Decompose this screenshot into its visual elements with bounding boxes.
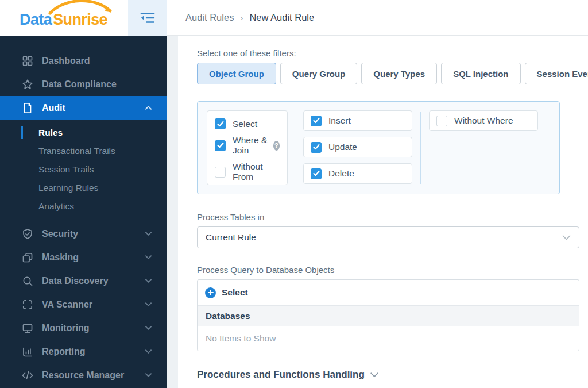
checkbox-select[interactable]: Select xyxy=(215,118,280,129)
breadcrumb: Audit Rules › New Audit Rule xyxy=(167,0,588,36)
shield-check-icon xyxy=(21,227,34,241)
content-row: Select one of these filters: Object Grou… xyxy=(167,36,588,388)
sidebar-subitem-rules[interactable]: Rules xyxy=(0,124,167,142)
chevron-down-icon xyxy=(145,279,152,283)
sidebar-item-va-scanner[interactable]: VA Scanner xyxy=(0,293,167,316)
chevron-down-icon xyxy=(562,235,571,240)
checkbox-delete[interactable]: Delete xyxy=(311,168,354,179)
sidebar-item-dashboard[interactable]: Dashboard xyxy=(0,49,167,72)
logo-text-sunrise: Sunrise xyxy=(53,11,107,29)
checkbox-without-from[interactable]: Without From xyxy=(215,162,280,182)
checkbox-where-join[interactable]: Where & Join ? xyxy=(215,135,280,156)
process-objects-label: Process Query to Database Objects xyxy=(197,265,579,275)
sidebar-item-label: Data Discovery xyxy=(42,276,109,286)
document-icon xyxy=(21,101,34,115)
breadcrumb-separator: › xyxy=(240,13,243,22)
subitem-label: Transactional Trails xyxy=(38,146,115,156)
sunrise-arc-icon xyxy=(48,1,114,15)
datasunrise-logo[interactable]: Data Sunrise xyxy=(0,0,128,36)
chevron-down-icon xyxy=(145,302,152,306)
sidebar-item-monitoring[interactable]: Monitoring xyxy=(0,316,167,340)
chevron-down-icon xyxy=(145,349,152,354)
table-header-databases: Databases xyxy=(198,305,579,326)
search-icon xyxy=(21,274,34,288)
new-audit-rule-form: Select one of these filters: Object Grou… xyxy=(178,36,588,388)
table-empty-row: No Items to Show xyxy=(198,326,579,351)
dml-options-group: Insert Update xyxy=(303,110,412,184)
chevron-down-icon xyxy=(370,372,378,378)
sidebar-item-audit[interactable]: Audit xyxy=(0,96,167,120)
empty-text: No Items to Show xyxy=(206,333,276,344)
sidebar-header: Data Sunrise xyxy=(0,0,167,36)
chevron-down-icon xyxy=(145,255,152,259)
sidebar-subitem-transactional-trails[interactable]: Transactional Trails xyxy=(0,142,167,160)
sidebar-item-data-discovery[interactable]: Data Discovery xyxy=(0,269,167,293)
database-objects-table: Select Databases No Items to Show xyxy=(197,279,579,351)
bar-chart-icon xyxy=(21,345,34,359)
sidebar-item-security[interactable]: Security xyxy=(0,222,167,245)
process-tables-select[interactable]: Current Rule xyxy=(197,226,579,248)
sidebar-subitem-session-trails[interactable]: Session Trails xyxy=(0,160,167,179)
column-header-label: Databases xyxy=(206,311,250,321)
add-select-button[interactable]: Select xyxy=(205,287,248,298)
checkbox-without-where[interactable]: Without Where xyxy=(436,116,513,126)
filter-query-group-button[interactable]: Query Group xyxy=(280,63,358,84)
filter-sql-injection-button[interactable]: SQL Injection xyxy=(441,63,520,84)
filter-query-types-button[interactable]: Query Types xyxy=(361,63,437,84)
sidebar-collapse-button[interactable] xyxy=(128,0,167,36)
subitem-label: Session Trails xyxy=(38,164,94,175)
checkbox-checked-icon xyxy=(215,140,226,151)
filter-session-events-button[interactable]: Session Events xyxy=(525,63,588,84)
select-options-group: Select Where & Join ? Without From xyxy=(207,110,288,185)
checkbox-checked-icon xyxy=(311,116,322,126)
sidebar-subitem-learning-rules[interactable]: Learning Rules xyxy=(0,179,167,197)
procedures-section-toggle[interactable]: Procedures and Functions Handling xyxy=(197,369,579,381)
sidebar-item-reporting[interactable]: Reporting xyxy=(0,340,167,363)
sidebar-item-label: Monitoring xyxy=(42,323,90,333)
breadcrumb-audit-rules[interactable]: Audit Rules xyxy=(185,12,234,23)
sidebar-item-data-compliance[interactable]: Data Compliance xyxy=(0,72,167,96)
checkbox-insert[interactable]: Insert xyxy=(311,116,351,126)
sidebar-item-label: Dashboard xyxy=(42,56,90,66)
checkbox-unchecked-icon xyxy=(215,167,226,178)
breadcrumb-current-page: New Audit Rule xyxy=(249,12,314,23)
checkbox-unchecked-icon xyxy=(436,116,447,126)
sidebar-subitem-analytics[interactable]: Analytics xyxy=(0,197,167,216)
update-option-box: Update xyxy=(303,137,412,157)
main-area: Audit Rules › New Audit Rule Select one … xyxy=(167,0,588,388)
content-scrollbar-gutter[interactable] xyxy=(167,36,178,388)
sidebar-item-label: Resource Manager xyxy=(42,370,124,381)
checkbox-label: Where & Join xyxy=(233,135,269,156)
plus-icon xyxy=(205,287,216,298)
subitem-label: Learning Rules xyxy=(38,183,98,193)
sidebar-item-label: Audit xyxy=(42,103,65,113)
collapse-menu-icon xyxy=(139,11,156,25)
checkbox-label: Insert xyxy=(328,116,351,126)
masking-squares-icon xyxy=(21,251,34,264)
checkbox-label: Update xyxy=(328,142,357,152)
help-icon[interactable]: ? xyxy=(273,141,280,151)
procedures-heading-label: Procedures and Functions Handling xyxy=(197,369,365,381)
chevron-down-icon xyxy=(145,373,152,377)
sidebar-item-masking[interactable]: Masking xyxy=(0,245,167,269)
filter-object-group-button[interactable]: Object Group xyxy=(197,63,276,84)
checkbox-checked-icon xyxy=(311,168,322,179)
checkbox-label: Without Where xyxy=(454,116,513,126)
insert-option-box: Insert xyxy=(303,110,412,131)
subitem-label: Analytics xyxy=(38,201,74,212)
checkbox-update[interactable]: Update xyxy=(311,142,357,153)
chevron-down-icon xyxy=(145,326,152,330)
checkbox-label: Delete xyxy=(328,168,354,179)
sidebar-item-resource-manager[interactable]: Resource Manager xyxy=(0,363,167,387)
sidebar-item-label: Security xyxy=(42,229,78,239)
dashboard-grid-icon xyxy=(21,54,34,68)
checkbox-checked-icon xyxy=(311,142,322,153)
checkbox-label: Without From xyxy=(233,162,280,182)
checkbox-checked-icon xyxy=(215,118,226,129)
logo-text-data: Data xyxy=(20,11,52,29)
chevron-down-icon xyxy=(145,232,152,236)
filters-label: Select one of these filters: xyxy=(197,48,579,58)
monitor-icon xyxy=(21,321,34,335)
code-icon xyxy=(21,368,34,382)
checkbox-label: Select xyxy=(233,119,257,129)
